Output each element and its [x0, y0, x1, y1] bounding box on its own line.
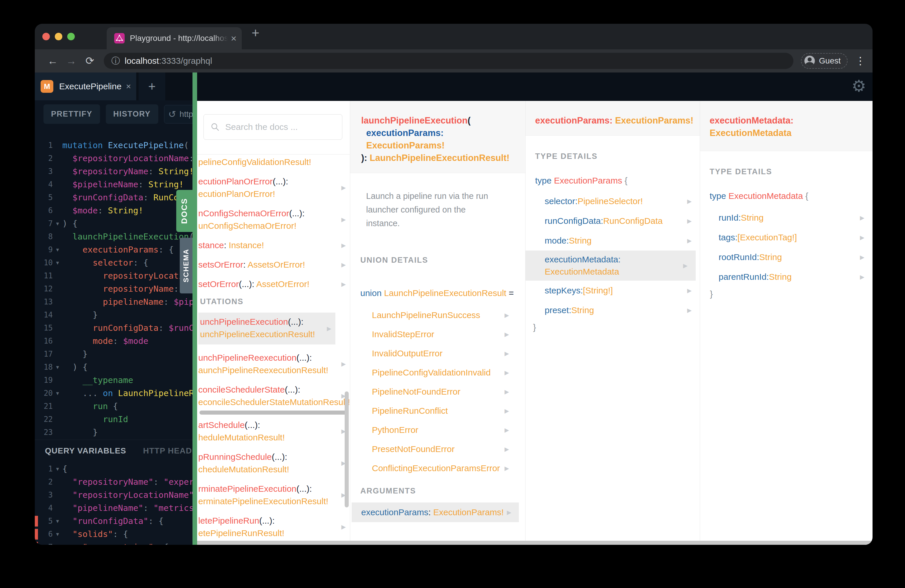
- docs-horizontal-scrollbar[interactable]: [197, 541, 873, 545]
- browser-tab[interactable]: Playground - http://localhost:3333/graph…: [107, 27, 242, 49]
- tab-query-variables[interactable]: QUERY VARIABLES: [45, 446, 126, 456]
- docs-tab[interactable]: DOCS: [176, 190, 192, 232]
- maximize-window-button[interactable]: [67, 33, 75, 40]
- reload-icon[interactable]: ⟳: [81, 55, 99, 67]
- chevron-right-icon[interactable]: ▶: [860, 234, 864, 241]
- union-member[interactable]: PresetNotFoundError▶: [350, 440, 525, 459]
- union-member[interactable]: ConflictingExecutionParamsError▶: [350, 459, 525, 478]
- type-field[interactable]: preset: String▶: [526, 300, 700, 320]
- fold-icon[interactable]: ▾: [53, 387, 62, 400]
- docs-search-input[interactable]: [225, 122, 335, 132]
- type-field[interactable]: runConfigData: RunConfigData▶: [526, 211, 700, 231]
- chevron-right-icon[interactable]: ▶: [505, 369, 509, 376]
- vertical-scrollbar[interactable]: [345, 391, 349, 507]
- history-button[interactable]: HISTORY: [106, 104, 158, 124]
- fold-icon[interactable]: ▾: [53, 361, 62, 374]
- tab-http-headers[interactable]: HTTP HEADERS: [143, 446, 192, 456]
- docs-search-box[interactable]: [203, 114, 342, 140]
- doc-item[interactable]: rminatePipelineExecution(...):erminatePi…: [198, 483, 350, 507]
- doc-item[interactable]: letePipelineRun(...):etePipelineRunResul…: [198, 514, 350, 539]
- info-icon[interactable]: ⓘ: [111, 55, 120, 67]
- chevron-right-icon[interactable]: ▶: [505, 331, 509, 338]
- doc-item[interactable]: unchPipelineExecution(...):unchPipelineE…: [198, 313, 335, 345]
- chevron-right-icon[interactable]: ▶: [860, 254, 864, 261]
- playground-new-tab-button[interactable]: +: [138, 73, 165, 100]
- chevron-right-icon[interactable]: ▶: [341, 281, 346, 288]
- endpoint-input[interactable]: ↺ http://localhost:3333/graphql: [164, 105, 192, 124]
- chevron-right-icon[interactable]: ▶: [860, 273, 864, 280]
- chevron-right-icon[interactable]: ▶: [505, 465, 509, 472]
- doc-item[interactable]: setsOrError: AssetsOrError!▶: [198, 258, 350, 271]
- type-field[interactable]: rootRunId: String▶: [700, 247, 873, 267]
- close-window-button[interactable]: [42, 33, 50, 40]
- chevron-right-icon[interactable]: ▶: [507, 509, 511, 516]
- chevron-right-icon[interactable]: ▶: [341, 523, 346, 530]
- fold-icon[interactable]: ▾: [53, 515, 62, 528]
- union-member[interactable]: PipelineConfigValidationInvalid▶: [350, 363, 525, 382]
- argument-row-selected[interactable]: executionParams: ExecutionParams!▶: [352, 502, 519, 522]
- chevron-right-icon[interactable]: ▶: [505, 388, 509, 395]
- variables-editor[interactable]: 1▾{2 "repositoryName": "experimental"3 "…: [35, 462, 192, 545]
- chevron-right-icon[interactable]: ▶: [327, 325, 331, 332]
- doc-item[interactable]: concileSchedulerState(...):econcileSched…: [198, 383, 350, 408]
- type-field[interactable]: executionMetadata:ExecutionMetadata▶: [526, 251, 696, 281]
- doc-item[interactable]: stance: Instance!▶: [198, 239, 350, 251]
- playground-tab-close-icon[interactable]: ×: [126, 81, 131, 91]
- doc-item[interactable]: pRunningSchedule(...):cheduleMutationRes…: [198, 451, 350, 475]
- type-field[interactable]: tags: [ExecutionTag!]▶: [700, 227, 873, 247]
- kebab-menu-icon[interactable]: ⋮: [855, 55, 865, 67]
- fold-icon[interactable]: ▾: [53, 256, 62, 269]
- type-field[interactable]: mode: String▶: [526, 231, 700, 251]
- doc-item[interactable]: pelineConfigValidationResult!: [198, 156, 350, 168]
- chevron-right-icon[interactable]: ▶: [505, 446, 509, 453]
- docs-divider[interactable]: [192, 73, 197, 545]
- union-member[interactable]: PipelineRunConflict▶: [350, 401, 525, 420]
- type-field[interactable]: stepKeys: [String!]▶: [526, 281, 700, 300]
- doc-item[interactable]: ecutionPlanOrError(...):ecutionPlanOrErr…: [198, 175, 350, 200]
- doc-item[interactable]: unchPipelineReexecution(...):aunchPipeli…: [198, 351, 350, 377]
- restore-history-icon[interactable]: ↺: [168, 109, 176, 120]
- chevron-right-icon[interactable]: ▶: [341, 261, 346, 268]
- chevron-right-icon[interactable]: ▶: [341, 184, 346, 191]
- horizontal-scrollbar[interactable]: [199, 410, 347, 415]
- union-member[interactable]: InvalidOutputError▶: [350, 344, 525, 363]
- chevron-right-icon[interactable]: ▶: [505, 312, 509, 319]
- chevron-right-icon[interactable]: ▶: [341, 242, 346, 249]
- new-tab-button[interactable]: +: [252, 26, 259, 40]
- chevron-right-icon[interactable]: ▶: [341, 361, 346, 367]
- chevron-right-icon[interactable]: ▶: [687, 307, 692, 314]
- fold-icon[interactable]: ▾: [53, 541, 62, 545]
- type-field[interactable]: selector: PipelineSelector!▶: [526, 191, 700, 211]
- union-member[interactable]: InvalidStepError▶: [350, 325, 525, 344]
- chevron-right-icon[interactable]: ▶: [687, 237, 692, 244]
- profile-button[interactable]: Guest: [801, 53, 848, 69]
- settings-gear-icon[interactable]: ⚙: [852, 76, 866, 95]
- union-member[interactable]: LaunchPipelineRunSuccess▶: [350, 305, 525, 325]
- doc-item[interactable]: artSchedule(...):heduleMutationResult!▶: [198, 419, 350, 443]
- fold-icon[interactable]: ▾: [53, 462, 62, 475]
- chevron-right-icon[interactable]: ▶: [505, 407, 509, 414]
- type-field[interactable]: runId: String▶: [700, 208, 873, 227]
- chevron-right-icon[interactable]: ▶: [341, 216, 346, 223]
- chevron-right-icon[interactable]: ▶: [687, 218, 692, 224]
- chevron-right-icon[interactable]: ▶: [687, 287, 692, 294]
- schema-tab[interactable]: SCHEMA: [180, 238, 192, 293]
- chevron-right-icon[interactable]: ▶: [860, 214, 864, 221]
- minimize-window-button[interactable]: [55, 33, 62, 40]
- playground-tab[interactable]: M ExecutePipeline ×: [35, 73, 136, 100]
- fold-icon[interactable]: ▾: [53, 528, 62, 541]
- fold-icon[interactable]: ▾: [53, 217, 62, 230]
- union-member[interactable]: PythonError▶: [350, 420, 525, 440]
- query-editor[interactable]: 1mutation ExecutePipeline(2 $repositoryL…: [35, 139, 192, 439]
- prettify-button[interactable]: PRETTIFY: [43, 104, 100, 124]
- union-member[interactable]: PipelineNotFoundError▶: [350, 382, 525, 401]
- doc-item[interactable]: setOrError(...): AssetOrError!▶: [198, 278, 350, 290]
- address-bar[interactable]: ⓘ localhost:3333/graphql: [104, 53, 794, 69]
- chevron-right-icon[interactable]: ▶: [683, 259, 687, 272]
- forward-icon[interactable]: →: [62, 55, 81, 67]
- tab-close-icon[interactable]: ×: [231, 33, 237, 43]
- chevron-right-icon[interactable]: ▶: [505, 350, 509, 357]
- chevron-right-icon[interactable]: ▶: [687, 198, 692, 205]
- fold-icon[interactable]: ▾: [53, 243, 62, 256]
- chevron-right-icon[interactable]: ▶: [505, 426, 509, 434]
